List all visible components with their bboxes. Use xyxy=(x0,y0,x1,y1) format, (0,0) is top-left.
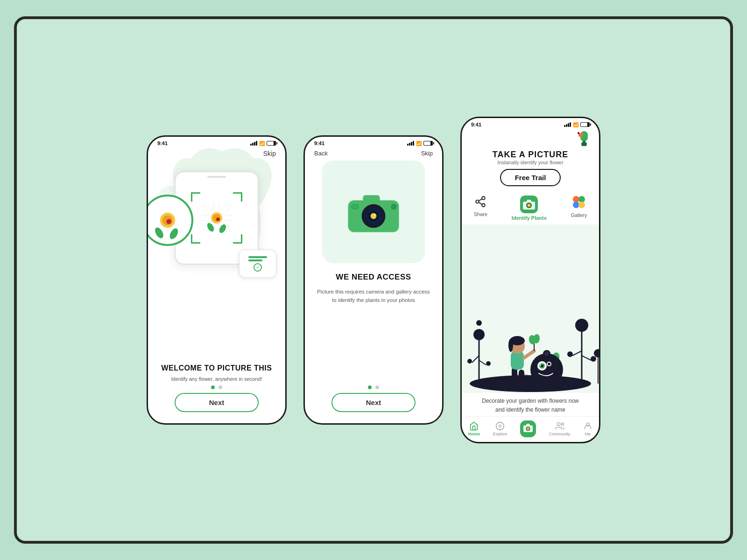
status-bar-2: 9:41 📶 xyxy=(305,137,442,148)
result-card: ✓ xyxy=(239,250,276,278)
nav-home[interactable]: Home xyxy=(468,421,480,436)
battery-icon xyxy=(267,141,276,146)
dot-1 xyxy=(211,385,215,389)
svg-point-30 xyxy=(166,219,171,224)
flower-in-scan xyxy=(200,202,233,234)
svg-point-102 xyxy=(499,425,501,427)
phone1-footer: WELCOME TO PICTURE THIS Identify any flo… xyxy=(148,357,285,423)
description-line-2: and identify the flower name xyxy=(471,406,590,414)
svg-point-6 xyxy=(214,202,219,213)
camera-illustration xyxy=(343,188,404,236)
share-label: Share xyxy=(474,211,487,217)
nav-community[interactable]: Community xyxy=(549,421,571,436)
free-trail-button[interactable]: Free Trail xyxy=(500,169,561,186)
svg-point-55 xyxy=(528,204,531,207)
wifi-icon-2: 📶 xyxy=(416,141,422,146)
svg-rect-44 xyxy=(583,140,585,145)
svg-point-65 xyxy=(467,359,472,364)
welcome-title: WELCOME TO PICTURE THIS xyxy=(162,364,272,372)
svg-line-51 xyxy=(479,199,482,201)
nav-camera[interactable] xyxy=(520,420,536,437)
skip-button-2[interactable]: Skip xyxy=(421,150,433,157)
phone2-footer: Next xyxy=(305,378,442,423)
time-2: 9:41 xyxy=(314,140,324,146)
time-3: 9:41 xyxy=(471,122,481,127)
description-line-1: Decorate your garden with flowers now xyxy=(471,397,590,406)
access-description: Picture this requires camera and gallery… xyxy=(314,287,433,305)
svg-line-64 xyxy=(472,356,479,363)
take-picture-subtitle: Instanally identify your flower xyxy=(497,160,563,165)
camera-bg xyxy=(322,161,425,263)
gallery-action[interactable]: Gallery xyxy=(571,196,587,221)
identify-plants-action[interactable]: Identify Plants xyxy=(512,196,547,221)
share-action[interactable]: Share xyxy=(474,196,487,221)
battery-icon-2 xyxy=(423,141,433,146)
status-icons-1: 📶 xyxy=(250,141,276,146)
access-title: WE NEED ACCESS xyxy=(336,273,411,282)
phone2-nav: Back Skip xyxy=(305,148,442,161)
description-section: Decorate your garden with flowers now an… xyxy=(462,393,599,416)
svg-point-71 xyxy=(567,351,573,357)
scan-corner-tr xyxy=(233,192,242,202)
svg-point-83 xyxy=(518,379,525,383)
svg-rect-35 xyxy=(352,204,359,209)
result-lines xyxy=(248,256,267,261)
svg-point-109 xyxy=(557,423,560,426)
scan-corner-tl xyxy=(191,192,200,202)
dot-2-1 xyxy=(368,385,372,389)
svg-line-88 xyxy=(524,351,534,358)
svg-point-20 xyxy=(163,199,172,213)
status-bar-3: 9:41 📶 xyxy=(462,118,599,129)
next-button-2[interactable]: Next xyxy=(331,393,416,412)
phone3-header-row xyxy=(462,129,599,148)
svg-rect-34 xyxy=(363,195,380,203)
svg-point-92 xyxy=(530,353,563,386)
svg-point-12 xyxy=(200,215,211,221)
dot-2 xyxy=(218,385,222,389)
svg-point-49 xyxy=(482,203,486,207)
battery-icon-3 xyxy=(580,122,590,127)
signal-icon-2 xyxy=(407,141,414,146)
phone1-main: ✓ xyxy=(148,157,285,357)
scan-corner-bl xyxy=(191,234,200,244)
svg-point-36 xyxy=(391,204,397,210)
gallery-label: Gallery xyxy=(571,212,587,218)
status-icons-3: 📶 xyxy=(564,122,590,127)
svg-point-59 xyxy=(578,202,585,208)
plant-avatar-icon xyxy=(577,131,592,148)
phone-3: 9:41 📶 xyxy=(460,117,600,443)
back-button[interactable]: Back xyxy=(314,150,328,157)
nav-me[interactable]: Me xyxy=(583,421,592,436)
share-icon xyxy=(474,196,486,210)
next-button-1[interactable]: Next xyxy=(175,393,259,412)
signal-icon-3 xyxy=(564,122,571,127)
svg-line-66 xyxy=(479,360,486,365)
svg-point-26 xyxy=(147,216,160,224)
bottom-nav: Home Explore xyxy=(462,416,599,442)
svg-point-69 xyxy=(575,319,588,332)
time-1: 9:41 xyxy=(157,140,168,146)
svg-point-73 xyxy=(591,356,596,362)
nav-explore[interactable]: Explore xyxy=(493,421,507,436)
svg-point-75 xyxy=(594,349,599,357)
check-circle: ✓ xyxy=(254,263,262,272)
svg-point-22 xyxy=(175,216,189,224)
nav-community-label: Community xyxy=(549,432,571,436)
app-container: 9:41 📶 Skip xyxy=(14,16,733,544)
svg-point-10 xyxy=(214,223,219,234)
skip-button-1[interactable]: Skip xyxy=(263,150,276,157)
svg-point-87 xyxy=(508,339,513,352)
svg-point-110 xyxy=(561,423,564,425)
nav-home-label: Home xyxy=(468,432,480,436)
svg-point-60 xyxy=(470,375,591,392)
svg-point-108 xyxy=(527,427,529,430)
svg-line-72 xyxy=(582,356,591,360)
identify-plants-label: Identify Plants xyxy=(512,215,547,221)
phone-2: 9:41 📶 Back Skip xyxy=(303,135,444,425)
svg-point-46 xyxy=(578,132,579,134)
svg-point-40 xyxy=(371,213,377,219)
welcome-subtitle: Identify any flower, anywhere in second! xyxy=(171,376,262,382)
action-row: Share Identify Plants xyxy=(462,194,599,221)
phone-1: 9:41 📶 Skip xyxy=(147,135,287,425)
wifi-icon-3: 📶 xyxy=(573,122,578,127)
